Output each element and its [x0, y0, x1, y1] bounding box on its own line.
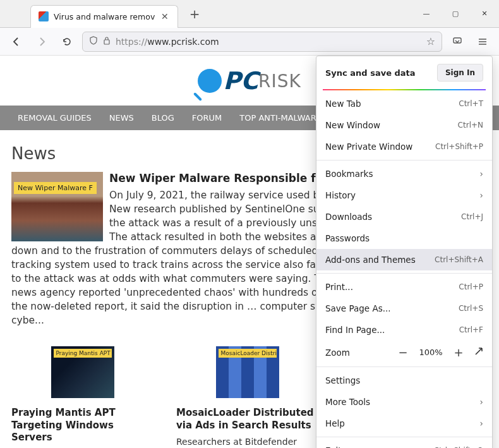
- favicon-icon: [39, 11, 49, 21]
- close-tab-icon[interactable]: ✕: [160, 11, 170, 21]
- title-bar: Virus and malware removal inst ✕ + — ▢ ✕: [0, 0, 499, 28]
- card-title[interactable]: MosaicLoader Distributed via Ads in Sear…: [176, 407, 318, 432]
- address-bar[interactable]: https://www.pcrisk.com ☆: [82, 32, 442, 52]
- menu-print[interactable]: Print...Ctrl+P: [316, 276, 492, 298]
- window-controls: — ▢ ✕: [412, 3, 499, 25]
- pocket-icon[interactable]: [447, 32, 467, 52]
- shield-icon[interactable]: [89, 36, 98, 47]
- svg-rect-0: [104, 40, 109, 44]
- card-title[interactable]: Praying Mantis APT Targeting Windows Ser…: [11, 407, 153, 444]
- magnifier-icon: [198, 69, 222, 93]
- close-window-button[interactable]: ✕: [470, 3, 499, 25]
- app-menu-dropdown: Sync and save data Sign In New TabCtrl+T…: [316, 56, 493, 448]
- chevron-right-icon: ›: [480, 190, 483, 200]
- lock-icon[interactable]: [103, 36, 111, 47]
- menu-addons-themes[interactable]: Add-ons and ThemesCtrl+Shift+A: [316, 249, 492, 270]
- menu-group-5: ExitCtrl+Shift+Q: [316, 440, 492, 448]
- tab-title: Virus and malware removal inst: [54, 12, 155, 21]
- sync-label: Sync and save data: [325, 68, 416, 78]
- menu-sync-row: Sync and save data Sign In: [316, 56, 492, 89]
- hamburger-menu-button[interactable]: [472, 32, 493, 52]
- bookmark-star-icon[interactable]: ☆: [426, 35, 435, 47]
- article-card: MosaicLoader Distrib MosaicLoader Distri…: [176, 346, 318, 448]
- menu-separator: [316, 273, 492, 274]
- nav-news[interactable]: NEWS: [100, 106, 143, 130]
- card-excerpt: Researchers at Bitdefender have: [176, 437, 318, 448]
- menu-group-4: Settings More Tools› Help›: [316, 370, 492, 434]
- reload-button[interactable]: [57, 32, 77, 52]
- menu-new-tab[interactable]: New TabCtrl+T: [316, 93, 492, 114]
- zoom-value: 100%: [419, 348, 443, 357]
- card-thumbnail[interactable]: MosaicLoader Distrib: [216, 346, 279, 398]
- chevron-right-icon: ›: [480, 418, 483, 428]
- url-text: https://www.pcrisk.com: [116, 37, 421, 47]
- forward-button[interactable]: [32, 32, 52, 52]
- browser-toolbar: https://www.pcrisk.com ☆: [0, 28, 499, 56]
- menu-separator-rainbow: [323, 89, 486, 90]
- nav-forum[interactable]: FORUM: [183, 106, 231, 130]
- menu-zoom-row: Zoom − 100% +: [316, 341, 492, 364]
- zoom-label: Zoom: [325, 348, 387, 358]
- site-logo[interactable]: PCRISK: [198, 67, 301, 95]
- chevron-right-icon: ›: [480, 397, 483, 407]
- minimize-button[interactable]: —: [412, 3, 441, 25]
- back-button[interactable]: [6, 32, 27, 52]
- menu-help[interactable]: Help›: [316, 413, 492, 434]
- menu-group-1: New TabCtrl+T New WindowCtrl+N New Priva…: [316, 93, 492, 157]
- menu-new-private-window[interactable]: New Private WindowCtrl+Shift+P: [316, 136, 492, 157]
- menu-group-3: Print...Ctrl+P Save Page As...Ctrl+S Fin…: [316, 276, 492, 364]
- zoom-out-button[interactable]: −: [396, 346, 410, 359]
- signin-button[interactable]: Sign In: [437, 64, 483, 82]
- chevron-right-icon: ›: [480, 169, 483, 179]
- nav-removal-guides[interactable]: REMOVAL GUIDES: [9, 106, 100, 130]
- menu-find-in-page[interactable]: Find In Page...Ctrl+F: [316, 319, 492, 341]
- menu-exit[interactable]: ExitCtrl+Shift+Q: [316, 440, 492, 448]
- browser-tab[interactable]: Virus and malware removal inst ✕: [30, 5, 178, 28]
- menu-history[interactable]: History›: [316, 185, 492, 206]
- menu-separator: [316, 160, 492, 160]
- menu-group-2: Bookmarks› History› DownloadsCtrl+J Pass…: [316, 163, 492, 270]
- thumbnail-caption: New Wiper Malware F: [14, 182, 97, 194]
- menu-settings[interactable]: Settings: [316, 370, 492, 391]
- menu-downloads[interactable]: DownloadsCtrl+J: [316, 206, 492, 227]
- menu-new-window[interactable]: New WindowCtrl+N: [316, 114, 492, 136]
- menu-passwords[interactable]: Passwords: [316, 227, 492, 249]
- maximize-button[interactable]: ▢: [441, 3, 470, 25]
- menu-separator: [316, 366, 492, 367]
- zoom-in-button[interactable]: +: [452, 346, 466, 359]
- menu-save-page[interactable]: Save Page As...Ctrl+S: [316, 298, 492, 319]
- card-thumbnail[interactable]: Praying Mantis APT T: [51, 346, 114, 398]
- menu-bookmarks[interactable]: Bookmarks›: [316, 163, 492, 185]
- new-tab-button[interactable]: +: [186, 6, 204, 21]
- menu-separator: [316, 437, 492, 437]
- article-thumbnail[interactable]: New Wiper Malware F: [11, 172, 103, 241]
- nav-blog[interactable]: BLOG: [143, 106, 183, 130]
- fullscreen-button[interactable]: [474, 347, 483, 358]
- article-card: Praying Mantis APT T Praying Mantis APT …: [11, 346, 153, 448]
- menu-more-tools[interactable]: More Tools›: [316, 391, 492, 413]
